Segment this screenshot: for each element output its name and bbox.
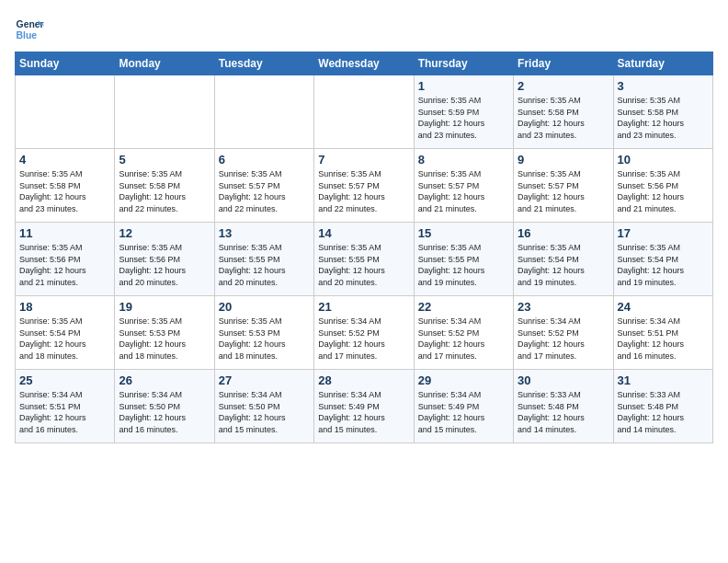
day-info: Sunrise: 5:35 AM Sunset: 5:55 PM Dayligh… (318, 242, 409, 288)
day-number: 9 (518, 153, 609, 167)
day-info: Sunrise: 5:35 AM Sunset: 5:57 PM Dayligh… (518, 168, 609, 214)
day-info: Sunrise: 5:35 AM Sunset: 5:56 PM Dayligh… (19, 242, 110, 288)
day-number: 13 (219, 226, 310, 240)
day-info: Sunrise: 5:35 AM Sunset: 5:56 PM Dayligh… (618, 168, 709, 214)
calendar-cell: 1Sunrise: 5:35 AM Sunset: 5:59 PM Daylig… (414, 75, 513, 149)
weekday-header: Tuesday (214, 52, 313, 75)
day-number: 19 (119, 300, 210, 314)
calendar-cell: 24Sunrise: 5:34 AM Sunset: 5:51 PM Dayli… (613, 296, 712, 370)
calendar-cell: 26Sunrise: 5:34 AM Sunset: 5:50 PM Dayli… (115, 370, 214, 443)
day-info: Sunrise: 5:35 AM Sunset: 5:57 PM Dayligh… (219, 168, 310, 214)
calendar-cell: 19Sunrise: 5:35 AM Sunset: 5:53 PM Dayli… (115, 296, 214, 370)
day-info: Sunrise: 5:35 AM Sunset: 5:57 PM Dayligh… (318, 168, 409, 214)
calendar-cell: 15Sunrise: 5:35 AM Sunset: 5:55 PM Dayli… (414, 223, 513, 296)
calendar-cell (214, 75, 313, 149)
calendar-cell: 5Sunrise: 5:35 AM Sunset: 5:58 PM Daylig… (115, 149, 214, 223)
day-info: Sunrise: 5:34 AM Sunset: 5:49 PM Dayligh… (418, 389, 509, 435)
day-number: 3 (618, 79, 709, 93)
calendar-cell (115, 75, 214, 149)
page-header: General Blue (15, 15, 713, 44)
calendar-cell: 4Sunrise: 5:35 AM Sunset: 5:58 PM Daylig… (16, 149, 115, 223)
calendar-cell: 30Sunrise: 5:33 AM Sunset: 5:48 PM Dayli… (514, 370, 613, 443)
day-number: 21 (318, 300, 409, 314)
day-number: 20 (219, 300, 310, 314)
calendar-cell: 10Sunrise: 5:35 AM Sunset: 5:56 PM Dayli… (613, 149, 712, 223)
weekday-header: Friday (514, 52, 613, 75)
day-number: 7 (318, 153, 409, 167)
day-info: Sunrise: 5:33 AM Sunset: 5:48 PM Dayligh… (518, 389, 609, 435)
day-info: Sunrise: 5:35 AM Sunset: 5:54 PM Dayligh… (19, 316, 110, 362)
day-info: Sunrise: 5:35 AM Sunset: 5:59 PM Dayligh… (418, 95, 509, 141)
day-info: Sunrise: 5:35 AM Sunset: 5:58 PM Dayligh… (119, 168, 210, 214)
calendar-cell: 11Sunrise: 5:35 AM Sunset: 5:56 PM Dayli… (16, 223, 115, 296)
calendar-cell: 13Sunrise: 5:35 AM Sunset: 5:55 PM Dayli… (214, 223, 313, 296)
day-info: Sunrise: 5:35 AM Sunset: 5:54 PM Dayligh… (518, 242, 609, 288)
calendar-cell: 23Sunrise: 5:34 AM Sunset: 5:52 PM Dayli… (514, 296, 613, 370)
calendar-cell: 21Sunrise: 5:34 AM Sunset: 5:52 PM Dayli… (314, 296, 414, 370)
day-info: Sunrise: 5:33 AM Sunset: 5:48 PM Dayligh… (618, 389, 709, 435)
calendar-cell: 27Sunrise: 5:34 AM Sunset: 5:50 PM Dayli… (214, 370, 313, 443)
day-info: Sunrise: 5:35 AM Sunset: 5:55 PM Dayligh… (219, 242, 310, 288)
calendar-cell: 18Sunrise: 5:35 AM Sunset: 5:54 PM Dayli… (16, 296, 115, 370)
weekday-header: Sunday (16, 52, 115, 75)
day-info: Sunrise: 5:35 AM Sunset: 5:53 PM Dayligh… (119, 316, 210, 362)
weekday-header: Wednesday (314, 52, 414, 75)
calendar-cell: 22Sunrise: 5:34 AM Sunset: 5:52 PM Dayli… (414, 296, 513, 370)
day-info: Sunrise: 5:34 AM Sunset: 5:49 PM Dayligh… (318, 389, 409, 435)
day-number: 31 (618, 373, 709, 387)
day-info: Sunrise: 5:35 AM Sunset: 5:56 PM Dayligh… (119, 242, 210, 288)
day-info: Sunrise: 5:35 AM Sunset: 5:58 PM Dayligh… (618, 95, 709, 141)
day-number: 23 (518, 300, 609, 314)
day-number: 16 (518, 226, 609, 240)
day-number: 5 (119, 153, 210, 167)
calendar-table: SundayMondayTuesdayWednesdayThursdayFrid… (15, 52, 713, 443)
calendar-cell: 3Sunrise: 5:35 AM Sunset: 5:58 PM Daylig… (613, 75, 712, 149)
calendar-cell: 12Sunrise: 5:35 AM Sunset: 5:56 PM Dayli… (115, 223, 214, 296)
day-info: Sunrise: 5:34 AM Sunset: 5:50 PM Dayligh… (219, 389, 310, 435)
day-info: Sunrise: 5:35 AM Sunset: 5:58 PM Dayligh… (518, 95, 609, 141)
logo-icon: General Blue (15, 15, 44, 44)
calendar-cell: 20Sunrise: 5:35 AM Sunset: 5:53 PM Dayli… (214, 296, 313, 370)
day-info: Sunrise: 5:34 AM Sunset: 5:52 PM Dayligh… (318, 316, 409, 362)
calendar-cell: 9Sunrise: 5:35 AM Sunset: 5:57 PM Daylig… (514, 149, 613, 223)
day-info: Sunrise: 5:34 AM Sunset: 5:50 PM Dayligh… (119, 389, 210, 435)
calendar-cell: 16Sunrise: 5:35 AM Sunset: 5:54 PM Dayli… (514, 223, 613, 296)
day-number: 6 (219, 153, 310, 167)
calendar-cell: 14Sunrise: 5:35 AM Sunset: 5:55 PM Dayli… (314, 223, 414, 296)
day-number: 25 (19, 373, 110, 387)
day-number: 29 (418, 373, 509, 387)
day-info: Sunrise: 5:34 AM Sunset: 5:51 PM Dayligh… (618, 316, 709, 362)
day-number: 12 (119, 226, 210, 240)
day-number: 30 (518, 373, 609, 387)
weekday-header: Saturday (613, 52, 712, 75)
calendar-cell: 17Sunrise: 5:35 AM Sunset: 5:54 PM Dayli… (613, 223, 712, 296)
day-number: 15 (418, 226, 509, 240)
calendar-cell: 2Sunrise: 5:35 AM Sunset: 5:58 PM Daylig… (514, 75, 613, 149)
day-number: 26 (119, 373, 210, 387)
day-info: Sunrise: 5:35 AM Sunset: 5:53 PM Dayligh… (219, 316, 310, 362)
svg-text:Blue: Blue (17, 30, 38, 40)
day-number: 24 (618, 300, 709, 314)
calendar-cell: 28Sunrise: 5:34 AM Sunset: 5:49 PM Dayli… (314, 370, 414, 443)
day-number: 4 (19, 153, 110, 167)
day-number: 1 (418, 79, 509, 93)
day-info: Sunrise: 5:35 AM Sunset: 5:55 PM Dayligh… (418, 242, 509, 288)
day-info: Sunrise: 5:34 AM Sunset: 5:51 PM Dayligh… (19, 389, 110, 435)
day-info: Sunrise: 5:35 AM Sunset: 5:54 PM Dayligh… (618, 242, 709, 288)
day-number: 22 (418, 300, 509, 314)
day-number: 8 (418, 153, 509, 167)
calendar-cell: 25Sunrise: 5:34 AM Sunset: 5:51 PM Dayli… (16, 370, 115, 443)
calendar-cell: 6Sunrise: 5:35 AM Sunset: 5:57 PM Daylig… (214, 149, 313, 223)
calendar-cell: 29Sunrise: 5:34 AM Sunset: 5:49 PM Dayli… (414, 370, 513, 443)
calendar-cell: 8Sunrise: 5:35 AM Sunset: 5:57 PM Daylig… (414, 149, 513, 223)
day-number: 28 (318, 373, 409, 387)
calendar-cell (16, 75, 115, 149)
day-number: 18 (19, 300, 110, 314)
day-number: 2 (518, 79, 609, 93)
day-info: Sunrise: 5:35 AM Sunset: 5:57 PM Dayligh… (418, 168, 509, 214)
day-info: Sunrise: 5:34 AM Sunset: 5:52 PM Dayligh… (518, 316, 609, 362)
weekday-header: Thursday (414, 52, 513, 75)
calendar-header: SundayMondayTuesdayWednesdayThursdayFrid… (16, 52, 713, 75)
calendar-cell: 7Sunrise: 5:35 AM Sunset: 5:57 PM Daylig… (314, 149, 414, 223)
day-number: 11 (19, 226, 110, 240)
